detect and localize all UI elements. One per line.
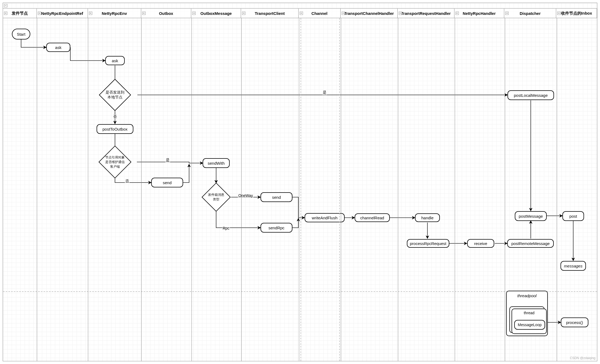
sendRpc-node[interactable]: sendRpc [261,223,292,233]
collapse-icon[interactable]: − [242,12,245,15]
node-label: send [163,180,172,185]
edge-label-no-client: 否 [125,179,130,184]
lane-title: Outbox [159,11,173,16]
collapse-icon[interactable]: − [399,12,402,15]
postMessage-node[interactable]: postMessage [515,211,547,221]
lane-title: NettyRpcEnv [102,11,127,16]
edge-label-yes-local: 是 [322,90,327,95]
edge-label-yes-client: 是 [165,158,170,163]
threadpool-container[interactable]: threadpool thread MessageLoop [506,291,548,336]
lane-divider [505,18,505,361]
postRemoteMessage-node[interactable]: postRemoteMessage [507,239,554,248]
node-label: ask [112,58,118,63]
node-label: receive [474,241,487,246]
lane-title: TransportClient [255,11,285,16]
node-label: handle [421,216,433,220]
collapse-icon[interactable]: − [4,12,7,15]
writeAndFlush-node[interactable]: writeAndFlush [305,213,345,222]
node-label: writeAndFlush [312,216,337,220]
lane-divider [455,18,455,361]
lane-title: TransportRequestHandler [401,11,451,16]
transport-send-node[interactable]: send [261,192,292,202]
collapse-icon[interactable]: − [89,12,92,15]
lane-divider [299,18,299,361]
lane-header-l2[interactable]: −NettyRpcEnv [88,8,141,18]
diagram-canvas: − −发件节点−NettyRpcEndpointRef−NettyRpcEnv−… [3,3,597,361]
collapse-icon[interactable]: − [557,12,561,15]
lane-header-l9[interactable]: −NettyRpcHandler [454,8,505,18]
post-node[interactable]: post [562,211,584,221]
decision-local[interactable]: 是否发送到本地节点 [99,79,131,111]
decision-client[interactable]: 节点引用对象是否维护通信客户端 [98,145,131,178]
lane-header-l11[interactable]: −收件节点的Inbox [556,8,597,18]
lane-header-l5[interactable]: −TransportClient [241,8,299,18]
lane-header-l4[interactable]: −OutboxMessage [191,8,241,18]
handle-node[interactable]: handle [415,213,440,222]
lane-title: 收件节点的Inbox [561,11,592,16]
messageLoop-node[interactable]: MessageLoop [514,320,545,330]
decision-msgtype[interactable]: 发件箱消息类型 [202,183,230,211]
node-label: postToOutbox [103,127,128,131]
collapse-icon[interactable]: − [38,12,41,15]
lane-header-l7[interactable]: −TransportChannelHandler [341,8,398,18]
node-label: postMessage [519,214,543,219]
start-node[interactable]: Start [12,29,30,39]
ask-node-2[interactable]: ask [105,56,125,65]
lane-header-l10[interactable]: −Dispatcher [504,8,556,18]
receive-node[interactable]: receive [467,239,494,248]
node-label: postRemoteMessage [511,241,550,246]
collapse-icon[interactable]: − [142,12,146,15]
postLocalMessage-node[interactable]: postLocalMessage [507,90,554,100]
node-label: 节点引用对象是否维护通信客户端 [104,151,126,173]
node-label: processRpcRequest [410,241,446,246]
lane-title: NettyRpcHandler [463,11,496,16]
edge-label-oneway: OneWay [238,193,253,198]
lane-header-l3[interactable]: −Outbox [141,8,192,18]
swimlane-header-row: −发件节点−NettyRpcEndpointRef−NettyRpcEnv−Ou… [3,8,597,18]
messages-node[interactable]: messages [561,261,586,271]
node-label: Start [17,32,25,37]
node-label: postLocalMessage [514,93,548,98]
lane-title: NettyRpcEndpointRef [41,11,83,16]
lane-header-l0[interactable]: −发件节点 [3,8,37,18]
channel-dash-left [301,18,301,361]
node-label: MessageLoop [518,323,542,327]
outbox-send-node[interactable]: send [151,178,183,187]
edge-label-rpc: Rpc [222,226,230,230]
node-label: 是否发送到本地节点 [104,84,126,106]
processRpcRequest-node[interactable]: processRpcRequest [407,239,449,248]
channelRead-node[interactable]: channelRead [355,213,390,222]
lane-header-l8[interactable]: −TransportRequestHandler [398,8,454,18]
node-label: 发件箱消息类型 [206,187,226,207]
thread-label: thread [512,311,546,315]
lane-divider [192,18,192,361]
lane-divider [141,18,141,361]
post-to-outbox-node[interactable]: postToOutbox [97,124,133,134]
collapse-icon[interactable]: − [192,12,196,15]
process-node[interactable]: process() [561,317,588,327]
watermark: CSDN @zdaiqing [570,356,595,360]
collapse-icon[interactable]: − [456,12,459,15]
ask-node-1[interactable]: ask [46,43,70,52]
node-label: process() [566,320,583,325]
node-label: sendWith [208,161,225,166]
collapse-icon[interactable]: − [505,12,509,15]
node-label: messages [564,264,582,268]
lane-divider [241,18,242,361]
node-label: send [272,195,281,200]
collapse-icon[interactable]: − [4,4,7,7]
node-label: ask [55,45,61,50]
collapse-icon[interactable]: − [342,12,345,15]
lane-divider [557,18,557,361]
lane-title: TransportChannelHandler [344,11,394,16]
lane-title: Channel [311,11,327,16]
lane-header-l6[interactable]: −Channel [299,8,341,18]
lane-header-l1[interactable]: −NettyRpcEndpointRef [37,8,88,18]
channel-dash-right [339,18,340,361]
node-label: channelRead [360,216,384,220]
threadpool-label: threadpool [507,293,547,298]
lane-divider [37,18,37,361]
lane-title: OutboxMessage [200,11,232,16]
sendWith-node[interactable]: sendWith [203,158,230,168]
collapse-icon[interactable]: − [300,12,303,15]
